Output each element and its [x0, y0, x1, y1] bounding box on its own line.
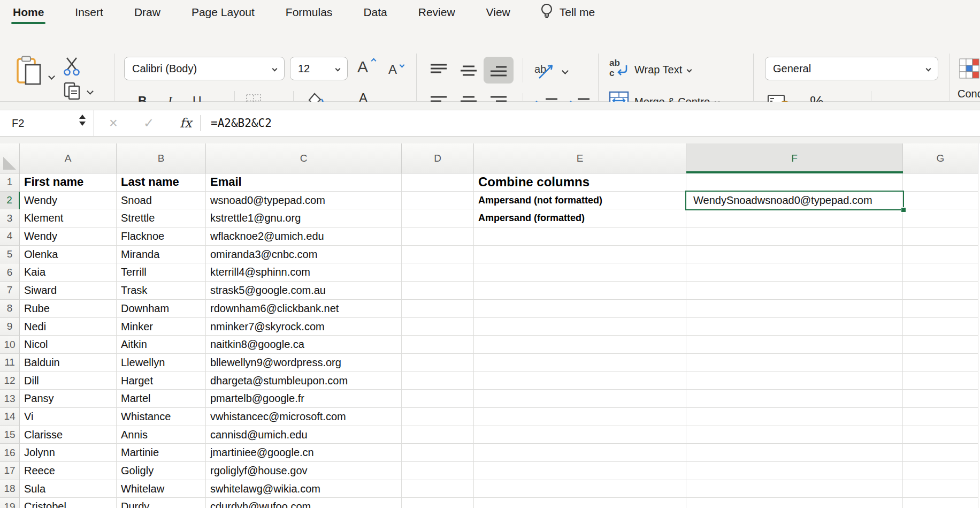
wrap-text-button[interactable]: ab c Wrap Text: [609, 58, 691, 81]
cell-A5[interactable]: Olenka: [20, 246, 117, 264]
cell-D19[interactable]: [402, 498, 474, 508]
cell-B15[interactable]: Annis: [117, 426, 206, 444]
row-header-12[interactable]: 12: [0, 372, 20, 390]
paste-chevron-icon[interactable]: [48, 73, 55, 80]
cell-G10[interactable]: [903, 336, 978, 354]
cell-C19[interactable]: cdurdyh@wufoo.com: [206, 498, 402, 508]
tab-insert[interactable]: Insert: [75, 0, 103, 25]
tab-review[interactable]: Review: [418, 0, 455, 25]
cell-B8[interactable]: Downham: [117, 300, 206, 318]
cell-A6[interactable]: Kaia: [20, 263, 117, 282]
fill-handle[interactable]: [901, 207, 906, 213]
cell-G8[interactable]: [903, 300, 978, 318]
font-name-select[interactable]: Calibri (Body): [124, 57, 285, 80]
cell-E18[interactable]: [474, 480, 686, 498]
tab-formulas[interactable]: Formulas: [286, 0, 333, 25]
tab-page-layout[interactable]: Page Layout: [192, 0, 255, 25]
cell-G7[interactable]: [903, 282, 978, 300]
cell-A8[interactable]: Rube: [20, 300, 117, 318]
align-top-button[interactable]: [429, 63, 448, 79]
cell-C9[interactable]: nminker7@skyrock.com: [206, 318, 402, 336]
cell-F13[interactable]: [686, 390, 903, 408]
cell-C4[interactable]: wflacknoe2@umich.edu: [206, 228, 402, 246]
cell-B14[interactable]: Whistance: [117, 408, 206, 426]
paste-button[interactable]: [16, 56, 43, 89]
cell-B5[interactable]: Miranda: [117, 246, 206, 264]
cell-A10[interactable]: Nicol: [20, 336, 117, 354]
cell-A11[interactable]: Balduin: [20, 354, 117, 372]
spinner-down-icon[interactable]: [79, 122, 86, 126]
cell-E10[interactable]: [474, 336, 686, 354]
cell-B10[interactable]: Aitkin: [117, 336, 206, 354]
cell-A13[interactable]: Pansy: [20, 390, 117, 408]
row-header-6[interactable]: 6: [0, 263, 20, 282]
cell-E2[interactable]: Ampersand (not formatted): [474, 192, 686, 210]
column-header-F[interactable]: F: [686, 143, 903, 173]
cell-A17[interactable]: Reece: [20, 462, 117, 480]
cell-F17[interactable]: [686, 462, 903, 480]
name-box-spinner[interactable]: [79, 115, 86, 126]
cell-C6[interactable]: kterrill4@sphinn.com: [206, 263, 402, 282]
cell-A4[interactable]: Wendy: [20, 228, 117, 246]
row-header-19[interactable]: 19: [0, 498, 20, 508]
cell-D16[interactable]: [402, 444, 474, 462]
cell-C14[interactable]: vwhistancec@microsoft.com: [206, 408, 402, 426]
cell-B19[interactable]: Durdy: [117, 498, 206, 508]
cell-B18[interactable]: Whitelaw: [117, 480, 206, 498]
cell-A2[interactable]: Wendy: [20, 192, 117, 210]
cell-D5[interactable]: [402, 246, 474, 264]
cell-E1[interactable]: Combine columns: [474, 173, 686, 192]
cell-E15[interactable]: [474, 426, 686, 444]
orientation-button[interactable]: ab: [534, 60, 556, 82]
insert-function-button[interactable]: fx: [180, 110, 192, 137]
cell-C2[interactable]: wsnoad0@typepad.com: [206, 192, 402, 210]
cell-B7[interactable]: Trask: [117, 282, 206, 300]
cell-G17[interactable]: [903, 462, 978, 480]
cell-E11[interactable]: [474, 354, 686, 372]
cell-F14[interactable]: [686, 408, 903, 426]
cell-A14[interactable]: Vi: [20, 408, 117, 426]
cell-F6[interactable]: [686, 263, 903, 282]
cell-B17[interactable]: Goligly: [117, 462, 206, 480]
cell-F1[interactable]: [686, 173, 903, 192]
cell-E8[interactable]: [474, 300, 686, 318]
row-header-1[interactable]: 1: [0, 173, 20, 192]
row-header-2[interactable]: 2: [0, 192, 20, 210]
cell-B6[interactable]: Terrill: [117, 263, 206, 282]
cell-F19[interactable]: [686, 498, 903, 508]
cancel-button[interactable]: ×: [109, 110, 118, 137]
cell-D10[interactable]: [402, 336, 474, 354]
cell-E5[interactable]: [474, 246, 686, 264]
select-all-corner[interactable]: [0, 143, 20, 173]
increase-font-button[interactable]: A: [357, 58, 368, 76]
cell-C3[interactable]: kstrettle1@gnu.org: [206, 209, 402, 228]
row-header-17[interactable]: 17: [0, 462, 20, 480]
cell-B13[interactable]: Martel: [117, 390, 206, 408]
tab-draw[interactable]: Draw: [134, 0, 160, 25]
cell-A9[interactable]: Nedi: [20, 318, 117, 336]
cell-F16[interactable]: [686, 444, 903, 462]
cell-A15[interactable]: Clarisse: [20, 426, 117, 444]
cell-C8[interactable]: rdownham6@clickbank.net: [206, 300, 402, 318]
column-header-E[interactable]: E: [474, 143, 686, 173]
cell-G3[interactable]: [903, 209, 978, 228]
cell-D6[interactable]: [402, 263, 474, 282]
cell-D11[interactable]: [402, 354, 474, 372]
cell-F15[interactable]: [686, 426, 903, 444]
number-format-select[interactable]: General: [765, 57, 938, 80]
cell-G18[interactable]: [903, 480, 978, 498]
cell-A3[interactable]: Klement: [20, 209, 117, 228]
conditional-formatting-button[interactable]: [959, 58, 980, 81]
column-header-C[interactable]: C: [206, 143, 402, 173]
align-middle-button[interactable]: [459, 64, 478, 80]
cell-A7[interactable]: Siward: [20, 282, 117, 300]
row-header-9[interactable]: 9: [0, 318, 20, 336]
cell-F9[interactable]: [686, 318, 903, 336]
cell-C15[interactable]: cannisd@umich.edu: [206, 426, 402, 444]
font-size-select[interactable]: 12: [290, 57, 348, 80]
cell-A12[interactable]: Dill: [20, 372, 117, 390]
cell-E3[interactable]: Ampersand (formatted): [474, 209, 686, 228]
cell-C16[interactable]: jmartiniee@google.cn: [206, 444, 402, 462]
cell-D14[interactable]: [402, 408, 474, 426]
cell-G1[interactable]: [903, 173, 978, 192]
